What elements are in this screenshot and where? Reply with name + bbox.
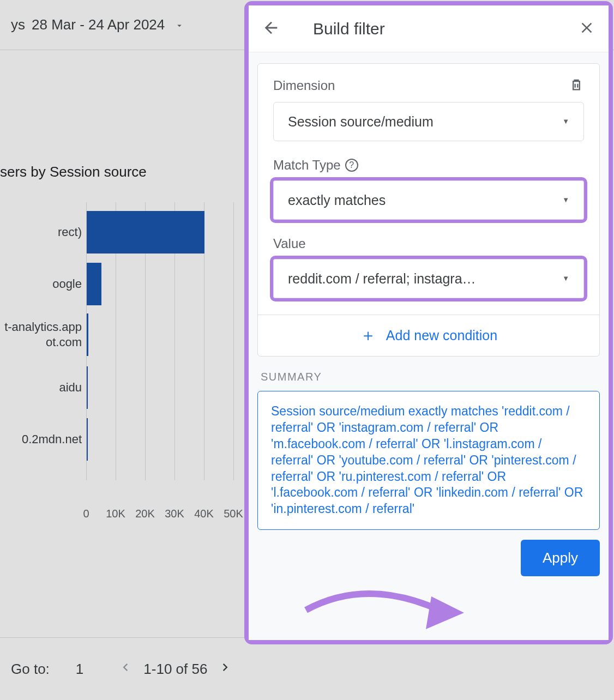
chevron-down-icon: ▼ (562, 117, 569, 125)
x-tick: 0 (83, 508, 89, 520)
help-icon[interactable]: ? (345, 159, 358, 172)
value-text: reddit.com / referral; instagra… (288, 271, 476, 287)
table-pager: Go to: 1 1-10 of 56 (0, 637, 245, 700)
condition-card: Dimension Session source/medium ▼ Match … (257, 63, 600, 357)
chart-title: sers by Session source (0, 164, 245, 180)
bar (87, 313, 88, 356)
y-label: 0.2mdn.net (0, 432, 82, 447)
pager-label: Go to: (11, 661, 50, 678)
value-select[interactable]: reddit.com / referral; instagra… ▼ (273, 259, 584, 298)
bar (87, 211, 204, 254)
x-tick: 10K (106, 508, 125, 520)
summary-box: Session source/medium exactly matches 'r… (257, 391, 600, 530)
bar-chart: rect) oogle t-analytics.app ot.com aidu … (0, 202, 234, 508)
bar (87, 366, 88, 409)
dimension-label: Dimension (273, 78, 335, 93)
pager-page[interactable]: 1 (76, 661, 83, 678)
plus-icon: ＋ (360, 324, 376, 347)
add-condition-label: Add new condition (386, 328, 497, 343)
x-tick: 50K (224, 508, 243, 520)
y-label: t-analytics.app ot.com (0, 319, 82, 349)
chevron-down-icon: ▼ (562, 196, 569, 204)
date-range-text: 28 Mar - 24 Apr 2024 (32, 16, 165, 33)
panel-title: Build filter (313, 20, 578, 38)
filter-panel: Build filter Dimension Session source/me… (244, 1, 613, 644)
summary-label: SUMMARY (261, 371, 600, 383)
value-label: Value (273, 236, 584, 251)
y-label: aidu (0, 380, 82, 395)
date-prefix: ys (11, 16, 25, 33)
chevron-down-icon: ▼ (562, 274, 569, 282)
annotation-arrow (300, 580, 464, 635)
back-arrow-icon[interactable] (262, 19, 313, 39)
chevron-right-icon[interactable] (218, 660, 233, 679)
chevron-down-icon (174, 17, 184, 34)
y-label: oogle (0, 276, 82, 292)
dimension-value: Session source/medium (288, 114, 434, 130)
pager-range: 1-10 of 56 (143, 661, 207, 678)
y-label: rect) (0, 225, 82, 240)
match-type-label: Match Type (273, 158, 341, 173)
match-type-select[interactable]: exactly matches ▼ (273, 180, 584, 220)
bar (87, 418, 88, 461)
bar (87, 263, 101, 305)
dimension-select[interactable]: Session source/medium ▼ (273, 102, 584, 141)
x-tick: 40K (194, 508, 214, 520)
add-condition-button[interactable]: ＋ Add new condition (258, 315, 599, 356)
x-tick: 20K (135, 508, 155, 520)
chevron-left-icon[interactable] (117, 660, 133, 679)
apply-button[interactable]: Apply (521, 540, 600, 576)
match-type-value: exactly matches (288, 192, 386, 208)
close-icon[interactable] (578, 19, 595, 39)
trash-icon[interactable] (569, 77, 584, 94)
x-tick: 30K (165, 508, 184, 520)
